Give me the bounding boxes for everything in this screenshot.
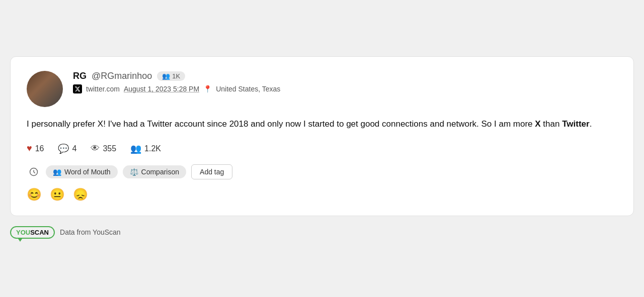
source-domain: twitter.com: [86, 85, 120, 93]
post-location: United States, Texas: [216, 85, 280, 93]
tags-row: 👥 Word of Mouth ⚖️ Comparison Add tag: [27, 164, 617, 179]
logo-scan: SCAN: [30, 229, 49, 236]
stat-likes: ♥ 16: [27, 143, 44, 154]
user-display-name: RG: [73, 71, 87, 81]
reach-icon: 👥: [130, 143, 141, 154]
card-header: RG @RGmarinhoo 👥 1K twitter.com August 1…: [27, 71, 617, 107]
sentiment-row: 😊 😐 😞: [27, 187, 617, 202]
likes-count: 16: [35, 144, 44, 153]
reach-count: 1.2K: [144, 144, 161, 153]
stat-views: 👁 355: [91, 143, 116, 154]
eye-icon: 👁: [91, 143, 100, 154]
add-tag-button[interactable]: Add tag: [191, 164, 232, 179]
location-pin-icon: 📍: [203, 85, 212, 93]
comment-icon: 💬: [58, 143, 69, 154]
data-source-text: Data from YouScan: [60, 228, 121, 236]
user-meta: twitter.com August 1, 2023 5:28 PM 📍 Uni…: [73, 84, 280, 93]
tag-edit-icon[interactable]: [27, 165, 41, 179]
body-text-middle: than: [541, 119, 562, 129]
comments-count: 4: [72, 144, 76, 153]
post-datetime[interactable]: August 1, 2023 5:28 PM: [124, 85, 199, 93]
post-card: RG @RGmarinhoo 👥 1K twitter.com August 1…: [10, 56, 634, 216]
stat-comments: 💬 4: [58, 143, 76, 154]
user-name-row: RG @RGmarinhoo 👥 1K: [73, 71, 280, 81]
x-platform-icon: [73, 84, 82, 93]
tag-comparison-icon: ⚖️: [130, 168, 138, 176]
footer: YOUSCAN Data from YouScan: [10, 224, 634, 241]
sentiment-positive-icon[interactable]: 😊: [27, 187, 42, 202]
user-handle: @RGmarinhoo: [92, 71, 152, 81]
youscan-logo: YOUSCAN: [10, 226, 55, 239]
followers-badge: 👥 1K: [157, 71, 185, 81]
avatar: [27, 71, 63, 107]
page-wrapper: RG @RGmarinhoo 👥 1K twitter.com August 1…: [10, 56, 634, 240]
sentiment-negative-icon[interactable]: 😞: [73, 187, 88, 202]
stats-row: ♥ 16 💬 4 👁 355 👥 1.2K: [27, 143, 617, 154]
followers-icon: 👥: [162, 72, 170, 80]
tag-word-of-mouth-icon: 👥: [53, 168, 61, 176]
followers-count: 1K: [172, 72, 180, 80]
body-bold-x: X: [535, 119, 540, 129]
tag-comparison[interactable]: ⚖️ Comparison: [123, 165, 186, 178]
logo-y: YOU: [16, 229, 30, 236]
post-body: I personally prefer X! I've had a Twitte…: [27, 117, 617, 131]
body-bold-twitter: Twitter: [562, 119, 589, 129]
tag-word-of-mouth[interactable]: 👥 Word of Mouth: [46, 165, 118, 178]
sentiment-neutral-icon[interactable]: 😐: [50, 187, 65, 202]
tag-comparison-label: Comparison: [141, 168, 179, 176]
user-info: RG @RGmarinhoo 👥 1K twitter.com August 1…: [73, 71, 280, 93]
views-count: 355: [103, 144, 116, 153]
body-text-before-x: I personally prefer X! I've had a Twitte…: [27, 119, 535, 129]
tag-word-of-mouth-label: Word of Mouth: [64, 168, 111, 176]
stat-reach: 👥 1.2K: [130, 143, 161, 154]
heart-icon: ♥: [27, 143, 32, 154]
body-text-end: .: [590, 119, 592, 129]
